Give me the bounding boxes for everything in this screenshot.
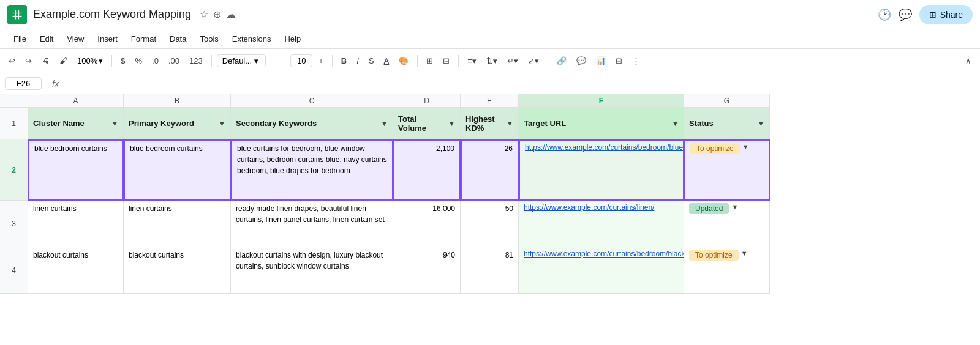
print-button[interactable]: 🖨	[38, 54, 53, 68]
cell-a2[interactable]: blue bedroom curtains	[28, 139, 124, 201]
cell-c1[interactable]: Secondary Keywords ▼	[231, 108, 393, 139]
cell-f3[interactable]: https://www.example.com/curtains/linen/	[519, 201, 684, 247]
col-header-f[interactable]: F	[519, 94, 684, 108]
filter-g1[interactable]: ▼	[758, 120, 764, 127]
status-dropdown-3[interactable]: ▼	[731, 203, 738, 210]
font-size-plus-button[interactable]: +	[315, 54, 327, 68]
cell-g3[interactable]: Updated ▼	[684, 201, 770, 247]
bold-button[interactable]: B	[337, 54, 350, 68]
borders-button[interactable]: ⊞	[423, 54, 437, 68]
paint-format-button[interactable]: 🖌	[56, 54, 71, 68]
menu-help[interactable]: Help	[278, 32, 307, 46]
cell-f4[interactable]: https://www.example.com/curtains/bedroom…	[519, 247, 684, 294]
menu-file[interactable]: File	[7, 32, 32, 46]
align-button[interactable]: ≡▾	[464, 54, 480, 68]
redo-button[interactable]: ↪	[21, 54, 36, 68]
target-url-2[interactable]: https://www.example.com/curtains/bedroom…	[525, 143, 684, 152]
italic-button[interactable]: I	[353, 54, 363, 68]
filter-e1[interactable]: ▼	[507, 120, 513, 127]
menu-tools[interactable]: Tools	[194, 32, 224, 46]
row-header-3[interactable]: 3	[0, 201, 28, 247]
filter-button[interactable]: ⊟	[612, 54, 626, 68]
target-url-3[interactable]: https://www.example.com/curtains/linen/	[524, 203, 654, 212]
comment-tb-button[interactable]: 💬	[573, 54, 590, 68]
decimal-less-button[interactable]: .0	[148, 54, 162, 68]
cell-a1[interactable]: Cluster Name ▼	[28, 108, 124, 139]
link-button[interactable]: 🔗	[553, 54, 570, 68]
col-header-b[interactable]: B	[124, 94, 231, 108]
history-menu-icon[interactable]: ⊕	[213, 9, 221, 20]
filter-f1[interactable]: ▼	[672, 120, 679, 127]
decimal-more-button[interactable]: .00	[165, 54, 183, 68]
strikethrough-button[interactable]: S	[365, 54, 378, 68]
cell-a3[interactable]: linen curtains	[28, 201, 124, 247]
formula-input[interactable]	[64, 78, 975, 89]
col-header-e[interactable]: E	[461, 94, 519, 108]
cell-f2[interactable]: https://www.example.com/curtains/bedroom…	[519, 139, 684, 201]
status-dropdown-2[interactable]: ▼	[742, 143, 749, 150]
target-url-4[interactable]: https://www.example.com/curtains/bedroom…	[524, 250, 684, 258]
cell-d4[interactable]: 940	[393, 247, 461, 294]
row-header-4[interactable]: 4	[0, 247, 28, 294]
share-button[interactable]: ⊞ Share	[919, 5, 973, 24]
cell-b3[interactable]: linen curtains	[124, 201, 231, 247]
valign-button[interactable]: ⇅▾	[483, 54, 501, 68]
row-header-1[interactable]: 1	[0, 108, 28, 139]
star-icon[interactable]: ☆	[200, 9, 208, 20]
number-format-button[interactable]: 123	[186, 54, 206, 68]
cell-c3[interactable]: ready made linen drapes, beautiful linen…	[231, 201, 393, 247]
comment-icon[interactable]: 💬	[899, 8, 912, 21]
cell-ref-input[interactable]	[5, 77, 42, 90]
cell-e1[interactable]: Highest KD% ▼	[461, 108, 519, 139]
menu-insert[interactable]: Insert	[91, 32, 124, 46]
menu-extensions[interactable]: Extensions	[226, 32, 277, 46]
more-button[interactable]: ⋮	[628, 54, 644, 68]
font-family-selector[interactable]: Defaul... ▾	[217, 54, 266, 67]
cell-g1[interactable]: Status ▼	[684, 108, 770, 139]
filter-b1[interactable]: ▼	[219, 120, 225, 127]
cell-d3[interactable]: 16,000	[393, 201, 461, 247]
cell-d2[interactable]: 2,100	[393, 139, 461, 201]
cell-b1[interactable]: Primary Keyword ▼	[124, 108, 231, 139]
cell-g2[interactable]: To optimize ▼	[684, 139, 770, 201]
cell-b2[interactable]: blue bedroom curtains	[124, 139, 231, 201]
history-icon[interactable]: 🕑	[878, 8, 891, 21]
cell-e2[interactable]: 26	[461, 139, 519, 201]
menu-edit[interactable]: Edit	[34, 32, 59, 46]
menu-view[interactable]: View	[61, 32, 90, 46]
currency-button[interactable]: $	[117, 54, 129, 68]
percent-button[interactable]: %	[131, 54, 146, 68]
row-header-2[interactable]: 2	[0, 139, 28, 201]
cloud-icon[interactable]: ☁	[226, 9, 236, 20]
status-dropdown-4[interactable]: ▼	[741, 250, 748, 257]
col-header-c[interactable]: C	[231, 94, 393, 108]
col-header-d[interactable]: D	[393, 94, 461, 108]
cell-d1[interactable]: Total Volume ▼	[393, 108, 461, 139]
col-header-g[interactable]: G	[684, 94, 770, 108]
col-header-a[interactable]: A	[28, 94, 124, 108]
cell-b4[interactable]: blackout curtains	[124, 247, 231, 294]
font-size-minus-button[interactable]: −	[276, 54, 288, 68]
filter-d1[interactable]: ▼	[448, 120, 455, 127]
collapse-toolbar-button[interactable]: ∧	[962, 54, 975, 68]
cell-e4[interactable]: 81	[461, 247, 519, 294]
chart-button[interactable]: 📊	[592, 54, 609, 68]
cell-f1[interactable]: Target URL ▼	[519, 108, 684, 139]
wrap-button[interactable]: ↵▾	[503, 54, 522, 68]
cell-e3[interactable]: 50	[461, 201, 519, 247]
underline-button[interactable]: A	[380, 54, 393, 68]
cell-c2[interactable]: blue curtains for bedroom, blue window c…	[231, 139, 393, 201]
text-rotate-button[interactable]: ⤢▾	[524, 54, 543, 68]
undo-button[interactable]: ↩	[5, 54, 19, 68]
merge-button[interactable]: ⊟	[439, 54, 453, 68]
cell-g4[interactable]: To optimize ▼	[684, 247, 770, 294]
cell-a4[interactable]: blackout curtains	[28, 247, 124, 294]
filter-c1[interactable]: ▼	[381, 120, 388, 127]
filter-a1[interactable]: ▼	[111, 120, 118, 127]
fill-color-button[interactable]: 🎨	[395, 54, 412, 68]
menu-data[interactable]: Data	[164, 32, 192, 46]
zoom-selector[interactable]: 100% ▾	[74, 55, 107, 67]
menu-format[interactable]: Format	[125, 32, 162, 46]
cell-c4[interactable]: blackout curtains with design, luxury bl…	[231, 247, 393, 294]
font-size-input[interactable]: 10	[290, 54, 312, 67]
